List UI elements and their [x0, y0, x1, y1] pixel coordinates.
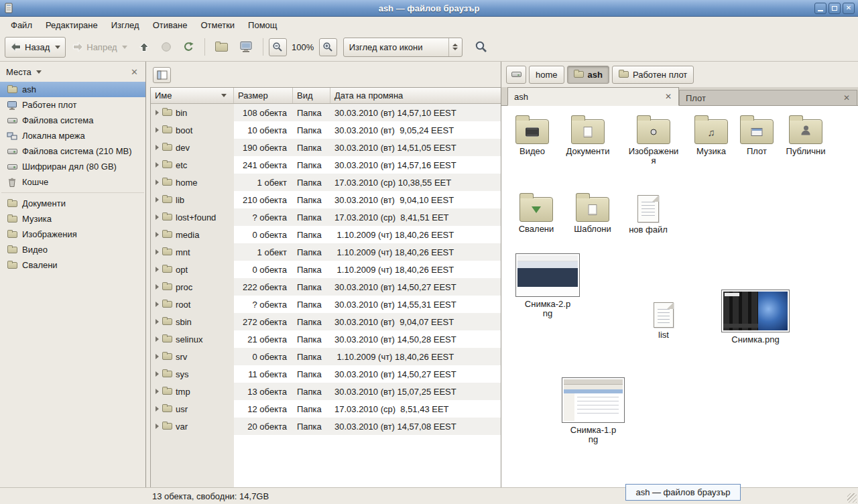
table-row-var[interactable]: var20 обектаПапка30.03.2010 (вт) 14,57,0…: [151, 418, 501, 435]
expander-icon[interactable]: [156, 145, 159, 150]
tab-plot[interactable]: Плот ✕: [679, 90, 857, 105]
expander-icon[interactable]: [156, 371, 159, 377]
computer-button[interactable]: [235, 37, 257, 58]
icon-view[interactable]: Видео Документи Изображения ♫ Музика Пло…: [501, 106, 858, 487]
path-ash-button[interactable]: ash: [567, 66, 609, 84]
expander-icon[interactable]: [156, 354, 159, 359]
sidebar-item-ash[interactable]: ash: [0, 82, 145, 97]
sidebar-item-volume-210mb[interactable]: Файлова система (210 MB): [0, 143, 145, 159]
icon-item-pictures[interactable]: Изображения: [628, 114, 679, 166]
view-mode-dropdown[interactable]: Изглед като икони: [343, 38, 463, 57]
reload-button[interactable]: [178, 37, 199, 58]
icon-item-public[interactable]: Публични: [780, 114, 831, 156]
search-button[interactable]: [470, 37, 493, 58]
path-desktop-button[interactable]: Работен плот: [612, 66, 694, 84]
expander-icon[interactable]: [156, 214, 159, 220]
menu-edit[interactable]: Редактиране: [39, 18, 105, 32]
titlebar[interactable]: ash — файлов браузър ✕: [0, 0, 858, 17]
home-button[interactable]: [210, 37, 233, 58]
maximize-button[interactable]: [829, 3, 841, 14]
close-button[interactable]: ✕: [843, 3, 855, 14]
icon-item-new-file[interactable]: нов файл: [623, 192, 674, 235]
sidebar-item-pictures[interactable]: Изображения: [0, 227, 145, 242]
icon-item-templates[interactable]: Шаблони: [567, 192, 618, 234]
table-row-tmp[interactable]: tmp13 обектаПапка30.03.2010 (вт) 15,07,2…: [151, 383, 501, 400]
menu-file[interactable]: Файл: [4, 18, 39, 32]
table-row-lib[interactable]: lib210 обектаПапка30.03.2010 (вт) 9,04,1…: [151, 191, 501, 208]
menu-go[interactable]: Отиване: [146, 18, 194, 32]
resize-grip[interactable]: [847, 493, 857, 503]
sidebar-item-trash[interactable]: Кошче: [0, 174, 145, 190]
expander-icon[interactable]: [156, 110, 159, 115]
table-row-root[interactable]: root? обектаПапка30.03.2010 (вт) 14,55,3…: [151, 296, 501, 313]
path-home-button[interactable]: home: [529, 66, 564, 84]
minimize-button[interactable]: [814, 3, 826, 14]
pane-toggle-button[interactable]: [153, 67, 171, 83]
icon-item-snimka2[interactable]: Снимка-2.png: [515, 253, 580, 318]
sidebar-item-downloads[interactable]: Свалени: [0, 257, 145, 273]
table-row-etc[interactable]: etc241 обектаПапка30.03.2010 (вт) 14,57,…: [151, 156, 501, 174]
expander-icon[interactable]: [156, 406, 159, 412]
icon-item-desktop-folder[interactable]: Плот: [731, 114, 782, 156]
table-row-dev[interactable]: dev190 обектаПапка30.03.2010 (вт) 14,51,…: [151, 139, 501, 156]
expander-icon[interactable]: [156, 249, 159, 255]
column-header-size[interactable]: Размер: [234, 88, 293, 103]
expander-icon[interactable]: [156, 162, 159, 168]
column-header-type[interactable]: Вид: [293, 88, 330, 103]
table-row-boot[interactable]: boot10 обектаПапка30.03.2010 (вт) 9,05,2…: [151, 121, 501, 139]
icon-item-snimka[interactable]: Снимка.png: [723, 290, 788, 344]
expander-icon[interactable]: [156, 424, 159, 429]
table-row-sys[interactable]: sys11 обектаПапка30.03.2010 (вт) 14,50,2…: [151, 365, 501, 383]
expander-icon[interactable]: [156, 197, 159, 202]
column-header-name[interactable]: Име: [151, 88, 234, 103]
zoom-in-button[interactable]: [319, 38, 337, 56]
expander-icon[interactable]: [156, 267, 159, 272]
stop-button[interactable]: [156, 37, 176, 58]
table-row-home[interactable]: home1 обектПапка17.03.2010 (ср) 10,38,55…: [151, 174, 501, 191]
back-button[interactable]: Назад: [5, 37, 66, 58]
table-row-media[interactable]: media0 обектаПапка 1.10.2009 (чт) 18,40,…: [151, 226, 501, 243]
table-row-srv[interactable]: srv0 обектаПапка 1.10.2009 (чт) 18,40,26…: [151, 348, 501, 365]
icon-item-music[interactable]: ♫ Музика: [686, 114, 737, 156]
menu-bookmarks[interactable]: Отметки: [194, 18, 241, 32]
table-row-usr[interactable]: usr12 обектаПапка17.03.2010 (ср) 8,51,43…: [151, 400, 501, 418]
table-row-lost-found[interactable]: lost+found? обектаПапка17.03.2010 (ср) 8…: [151, 208, 501, 226]
forward-button[interactable]: Напред: [68, 37, 131, 58]
table-row-bin[interactable]: bin108 обектаПапка30.03.2010 (вт) 14,57,…: [151, 104, 501, 121]
expander-icon[interactable]: [156, 336, 159, 342]
sidebar-close-button[interactable]: ✕: [129, 67, 139, 77]
sidebar-item-network[interactable]: Локална мрежа: [0, 128, 145, 143]
menu-help[interactable]: Помощ: [241, 18, 284, 32]
sidebar-item-music[interactable]: Музика: [0, 211, 145, 227]
expander-icon[interactable]: [156, 127, 159, 133]
sidebar-item-desktop[interactable]: Работен плот: [0, 97, 145, 113]
icon-item-documents[interactable]: Документи: [562, 114, 613, 156]
sidebar-item-filesystem[interactable]: Файлова система: [0, 113, 145, 128]
sidebar-item-documents[interactable]: Документи: [0, 196, 145, 211]
menu-view[interactable]: Изглед: [105, 18, 146, 32]
expander-icon[interactable]: [156, 180, 159, 185]
expander-icon[interactable]: [156, 319, 159, 324]
up-button[interactable]: [134, 37, 154, 58]
icon-item-downloads[interactable]: Свалени: [511, 192, 562, 234]
table-row-proc[interactable]: proc222 обектаПапка30.03.2010 (вт) 14,50…: [151, 278, 501, 296]
path-root-button[interactable]: [506, 66, 526, 84]
sidebar-item-encrypted-80gb[interactable]: Шифриран дял (80 GB): [0, 159, 145, 174]
icon-item-snimka1[interactable]: Снимка-1.png: [560, 377, 626, 444]
table-row-mnt[interactable]: mnt1 обектПапка 1.10.2009 (чт) 18,40,26 …: [151, 243, 501, 261]
tab-close-button[interactable]: ✕: [843, 93, 851, 103]
zoom-out-button[interactable]: [269, 38, 287, 56]
tab-close-button[interactable]: ✕: [664, 92, 672, 101]
column-header-date[interactable]: Дата на промяна: [330, 88, 501, 103]
icon-item-list-file[interactable]: list: [638, 299, 689, 340]
expander-icon[interactable]: [156, 389, 159, 394]
icon-item-videos[interactable]: Видео: [507, 114, 558, 156]
tab-ash[interactable]: ash ✕: [507, 87, 679, 106]
expander-icon[interactable]: [156, 232, 159, 237]
table-row-selinux[interactable]: selinux21 обектаПапка30.03.2010 (вт) 14,…: [151, 330, 501, 348]
table-row-opt[interactable]: opt0 обектаПапка 1.10.2009 (чт) 18,40,26…: [151, 261, 501, 278]
expander-icon[interactable]: [156, 284, 159, 290]
sidebar-item-videos[interactable]: Видео: [0, 242, 145, 257]
table-row-sbin[interactable]: sbin272 обектаПапка30.03.2010 (вт) 9,04,…: [151, 313, 501, 330]
expander-icon[interactable]: [156, 302, 159, 307]
